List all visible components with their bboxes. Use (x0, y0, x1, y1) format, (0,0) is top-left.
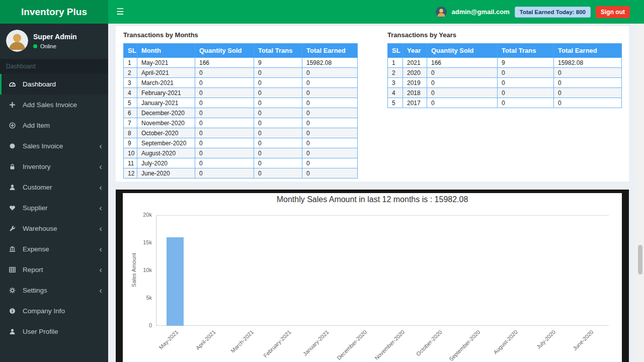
hamburger-menu-icon[interactable]: ☰ (108, 0, 132, 24)
chart-y-axis-title: Sales Amount (131, 215, 137, 325)
table-cell: 2 (388, 68, 403, 78)
column-header: SL (388, 44, 403, 58)
table-cell: April-2021 (137, 68, 195, 78)
table-cell: 0 (254, 158, 302, 168)
table-cell: 10 (124, 148, 137, 158)
table-cell: 2017 (403, 98, 427, 108)
table-cell: 0 (554, 88, 622, 98)
x-axis-tick-label: March-2021 (229, 329, 255, 354)
bar-May-2021 (167, 237, 184, 326)
table-cell: February-2021 (137, 88, 195, 98)
sidebar-item-settings[interactable]: Settings‹ (0, 280, 108, 301)
table-cell: 0 (254, 128, 302, 138)
sidebar-item-label: Add Sales Invoice (23, 101, 102, 109)
chart-x-axis-labels: May-2021April-2021March-2021February-202… (156, 327, 609, 362)
sidebar-item-sales-invoice[interactable]: Sales Invoice‹ (0, 136, 108, 156)
navbar-right: admin@gmail.com Total Earned Today: 800 … (436, 6, 630, 18)
sidebar-item-customer[interactable]: Customer‹ (0, 177, 108, 198)
chart-title: Monthly Sales Amount in last 12 months i… (123, 195, 622, 204)
user-status: Online (33, 43, 77, 49)
sidebar-section-label: Dashboard (0, 59, 108, 74)
table-cell: 0 (195, 98, 254, 108)
sidebar-menu: DashboardAdd Sales InvoiceAdd ItemSales … (0, 74, 108, 342)
table-cell: 0 (254, 78, 302, 88)
sidebar-item-supplier[interactable]: Supplier‹ (0, 198, 108, 218)
y-axis-tick-label: 5k (146, 295, 152, 301)
table-row: 42018000 (388, 88, 622, 98)
sidebar-item-warehouse[interactable]: Warehouse‹ (0, 218, 108, 239)
table-cell: 0 (254, 88, 302, 98)
column-header: Month (137, 44, 195, 58)
vertical-scrollbar[interactable] (636, 24, 644, 362)
table-cell: 0 (302, 148, 358, 158)
earned-today-badge: Total Earned Today: 800 (515, 7, 591, 18)
transactions-by-months-table: SLMonthQuantity SoldTotal TransTotal Ear… (123, 43, 358, 178)
table-cell: May-2021 (137, 58, 195, 68)
sidebar-item-add-sales-invoice[interactable]: Add Sales Invoice (0, 95, 108, 115)
navbar: ☰ admin@gmail.com Total Earned Today: 80… (108, 0, 644, 24)
user-avatar-small[interactable] (436, 7, 447, 18)
table-row: 5January-2021000 (124, 98, 358, 108)
table-cell: 12 (124, 168, 137, 178)
transactions-by-years-table: SLYearQuantity SoldTotal TransTotal Earn… (387, 43, 622, 108)
sidebar-item-label: Dashboard (23, 80, 102, 88)
table-cell: 2 (124, 68, 137, 78)
sidebar-item-report[interactable]: Report‹ (0, 259, 108, 280)
y-axis-tick-label: 20k (143, 212, 152, 218)
x-axis-tick-label: January-2021 (302, 329, 330, 357)
table-cell: March-2021 (137, 78, 195, 88)
y-axis-line (156, 215, 156, 326)
table-cell: 4 (388, 88, 403, 98)
chevron-left-icon: ‹ (99, 162, 102, 171)
user-avatar (6, 30, 28, 52)
app-brand: Inventory Plus (0, 0, 108, 24)
table-cell: 0 (254, 168, 302, 178)
table-row: 12021166915982.08 (388, 58, 622, 68)
table-cell: 0 (302, 98, 358, 108)
dashboard-icon (9, 81, 19, 87)
sidebar-item-expense[interactable]: Expense‹ (0, 239, 108, 259)
plus-circle-icon (9, 122, 19, 129)
column-header: Total Earned (302, 44, 358, 58)
chevron-left-icon: ‹ (99, 142, 102, 150)
table-row: 12June-2020000 (124, 168, 358, 178)
sidebar-item-dashboard[interactable]: Dashboard (0, 74, 108, 95)
table-cell: December-2020 (137, 108, 195, 118)
x-axis-tick-label: November-2020 (373, 329, 406, 361)
table-cell: 1 (388, 58, 403, 68)
table-cell: 0 (498, 68, 554, 78)
table-row: 9September-2020000 (124, 138, 358, 148)
table-cell: 15982.08 (302, 58, 358, 68)
column-header: SL (124, 44, 137, 58)
table-cell: 6 (124, 108, 137, 118)
scrollbar-thumb[interactable] (638, 245, 642, 275)
table-cell: 0 (302, 168, 358, 178)
sidebar-item-company-info[interactable]: Company Info (0, 301, 108, 321)
column-header: Year (403, 44, 427, 58)
table-cell: July-2020 (137, 158, 195, 168)
sidebar-item-label: Inventory (23, 163, 99, 170)
main-content: Transactions by Months SLMonthQuantity S… (108, 24, 636, 362)
table-cell: 0 (302, 158, 358, 168)
y-axis-tick-label: 15k (143, 239, 152, 245)
table-cell: August-2020 (137, 148, 195, 158)
column-header: Quantity Sold (427, 44, 498, 58)
table-cell: 0 (427, 68, 498, 78)
table-cell: 3 (124, 78, 137, 88)
table-icon (9, 266, 19, 273)
x-axis-tick-label: June-2020 (572, 329, 594, 351)
sidebar-item-add-item[interactable]: Add Item (0, 115, 108, 136)
months-table-title: Transactions by Months (123, 30, 357, 43)
table-cell: 0 (195, 128, 254, 138)
sidebar-item-inventory[interactable]: Inventory‹ (0, 156, 108, 177)
table-row: 7November-2020000 (124, 118, 358, 128)
sidebar-item-user-profile[interactable]: User Profile (0, 321, 108, 342)
table-cell: 0 (302, 108, 358, 118)
y-axis-tick-label: 10k (143, 267, 152, 273)
x-axis-tick-label: April-2021 (195, 329, 217, 351)
sign-out-button[interactable]: Sign out (596, 6, 630, 18)
table-cell: 0 (195, 108, 254, 118)
table-cell: 0 (195, 138, 254, 148)
table-row: 6December-2020000 (124, 108, 358, 118)
y-axis-tick-label: 0 (149, 322, 152, 328)
